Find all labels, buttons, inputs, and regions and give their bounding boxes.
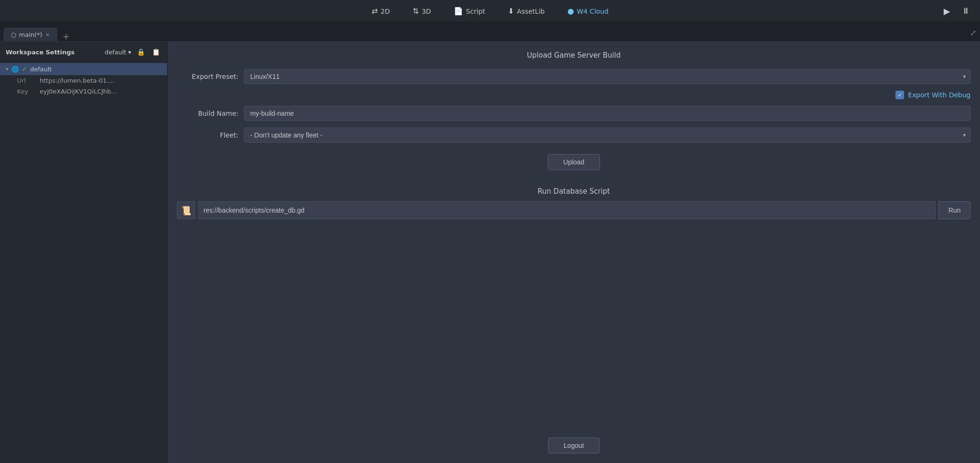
w4cloud-icon: ●	[567, 7, 574, 16]
export-preset-select-wrapper: Linux/X11 Windows Desktop macOS ▾	[244, 69, 971, 84]
logout-button[interactable]: Logout	[548, 437, 600, 454]
tab-bar: ○ main(*) ✕ + ⤢	[0, 23, 980, 42]
db-script-icon: 📜	[177, 201, 195, 219]
tab-scene-icon: ○	[11, 31, 16, 38]
sidebar-item-label: default	[30, 66, 52, 73]
upload-button-row: Upload	[168, 149, 980, 180]
tab-label: main(*)	[19, 31, 42, 38]
fleet-select-wrapper: - Don't update any fleet - Fleet 1 Fleet…	[244, 128, 971, 143]
toolbar-item-assetlib[interactable]: ⬇ AssetLib	[504, 5, 549, 17]
tab-close-button[interactable]: ✕	[45, 32, 50, 38]
main-layout: Workspace Settings default ▾ 🔒 📋 ▾ 🌐 ✓ d…	[0, 42, 980, 463]
content-bottom: Run Database Script 📜 Run Logout	[168, 180, 980, 463]
toolbar-label-script: Script	[466, 8, 485, 15]
db-row: 📜 Run	[177, 201, 971, 219]
toolbar-label-2d: 2D	[380, 8, 390, 15]
sidebar-item-check: ✓	[22, 65, 27, 73]
export-preset-select[interactable]: Linux/X11 Windows Desktop macOS	[244, 69, 971, 84]
build-name-row: Build Name:	[177, 106, 971, 121]
toolbar-item-script[interactable]: 📄 Script	[450, 5, 489, 17]
sidebar-header: Workspace Settings default ▾ 🔒 📋	[0, 42, 167, 63]
toolbar-label-3d: 3D	[422, 8, 431, 15]
assetlib-icon: ⬇	[508, 7, 514, 16]
chevron-down-icon: ▾	[128, 49, 131, 56]
url-label: Url	[17, 77, 36, 84]
build-name-label: Build Name:	[177, 110, 238, 117]
sidebar-title: Workspace Settings	[6, 49, 75, 56]
script-icon: 📄	[454, 7, 463, 16]
sidebar-dropdown[interactable]: default ▾	[105, 49, 131, 56]
upload-form: Export Preset: Linux/X11 Windows Desktop…	[168, 69, 980, 149]
fleet-label: Fleet:	[177, 131, 238, 139]
top-toolbar: ⇄ 2D ⇅ 3D 📄 Script ⬇ AssetLib ● W4 Cloud…	[0, 0, 980, 23]
sidebar-copy-button[interactable]: 📋	[150, 46, 161, 58]
checkbox-box: ✓	[896, 91, 904, 99]
toolbar-label-assetlib: AssetLib	[517, 8, 545, 15]
toolbar-item-w4cloud[interactable]: ● W4 Cloud	[564, 5, 612, 17]
content-area: Upload Game Server Build Export Preset: …	[168, 42, 980, 463]
sidebar-sub-key: Key eyJ0eXAiOiJKV1QiLCJhb...	[0, 86, 167, 97]
toolbar-right: ▶ ⏸	[940, 5, 972, 18]
checkmark-icon: ✓	[897, 92, 902, 98]
export-debug-row: ✓ Export With Debug	[177, 91, 971, 99]
tab-main[interactable]: ○ main(*) ✕	[4, 28, 57, 41]
sidebar-dropdown-label: default	[105, 49, 127, 56]
url-value: https://lumen.beta-01....	[40, 77, 115, 84]
export-debug-label: Export With Debug	[908, 91, 971, 99]
export-preset-label: Export Preset:	[177, 73, 238, 80]
sidebar-item-default[interactable]: ▾ 🌐 ✓ default	[0, 63, 167, 75]
db-script-input[interactable]	[198, 201, 936, 219]
sidebar-sub-url: Url https://lumen.beta-01....	[0, 75, 167, 86]
globe-icon: 🌐	[11, 66, 19, 73]
tab-add-button[interactable]: +	[59, 31, 74, 41]
key-label: Key	[17, 88, 36, 95]
sidebar-lock-button[interactable]: 🔒	[135, 46, 146, 58]
export-debug-checkbox[interactable]: ✓ Export With Debug	[896, 91, 971, 99]
upload-button[interactable]: Upload	[548, 154, 600, 170]
toolbar-label-w4cloud: W4 Cloud	[577, 8, 608, 15]
fleet-select[interactable]: - Don't update any fleet - Fleet 1 Fleet…	[244, 128, 971, 143]
3d-icon: ⇅	[413, 7, 419, 16]
sidebar-controls: default ▾ 🔒 📋	[105, 46, 161, 58]
sidebar: Workspace Settings default ▾ 🔒 📋 ▾ 🌐 ✓ d…	[0, 42, 168, 463]
db-run-button[interactable]: Run	[938, 201, 971, 219]
upload-section-header: Upload Game Server Build	[168, 42, 980, 69]
toolbar-item-3d[interactable]: ⇅ 3D	[409, 5, 435, 17]
db-section: Run Database Script 📜 Run	[168, 180, 980, 229]
2d-icon: ⇄	[372, 7, 378, 16]
sidebar-collapse-icon: ▾	[6, 66, 8, 72]
toolbar-item-2d[interactable]: ⇄ 2D	[368, 5, 394, 17]
export-preset-row: Export Preset: Linux/X11 Windows Desktop…	[177, 69, 971, 84]
db-section-header: Run Database Script	[177, 180, 971, 201]
pause-button[interactable]: ⏸	[959, 5, 972, 18]
tab-maximize-button[interactable]: ⤢	[970, 28, 976, 37]
build-name-input[interactable]	[244, 106, 971, 121]
logout-button-row: Logout	[168, 428, 980, 463]
play-button[interactable]: ▶	[940, 5, 954, 18]
key-value: eyJ0eXAiOiJKV1QiLCJhb...	[40, 88, 117, 95]
fleet-row: Fleet: - Don't update any fleet - Fleet …	[177, 128, 971, 143]
